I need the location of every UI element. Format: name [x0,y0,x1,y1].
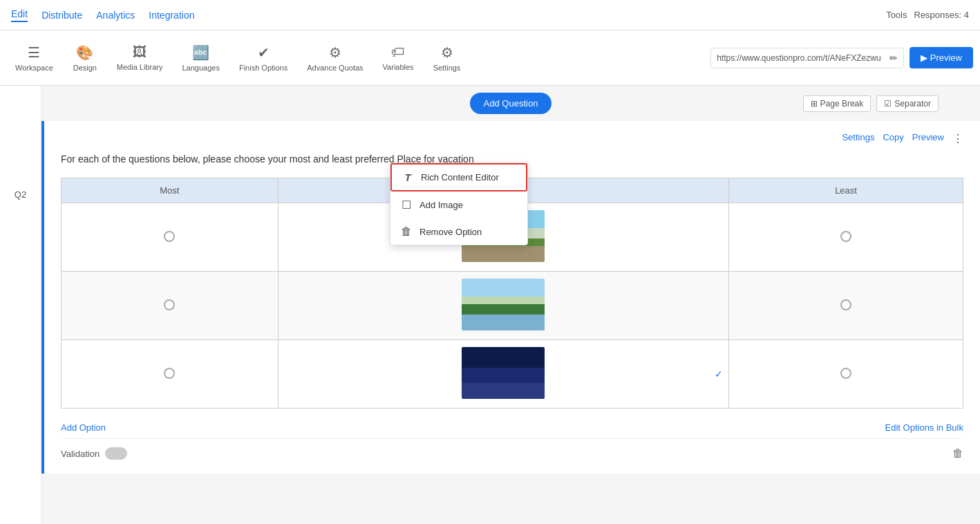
radio-circle-least-1 [840,231,851,242]
toolbar-workspace[interactable]: ☰ Workspace [7,40,62,76]
radio-circle-most-3 [164,368,175,379]
tools-button[interactable]: Tools [886,10,907,20]
rich-content-icon: T [402,171,414,183]
edit-bulk-link[interactable]: Edit Options in Bulk [885,422,963,433]
preview-button[interactable]: ▶ Preview [910,47,973,68]
toolbar: ☰ Workspace 🎨 Design 🖼 Media Library 🔤 L… [0,30,980,86]
radio-least-1[interactable] [729,203,963,272]
toolbar-variables[interactable]: 🏷 Variables [375,40,422,75]
left-gutter: Q2 [0,86,41,524]
nav-analytics[interactable]: Analytics [96,10,135,21]
finish-icon: ✔ [258,44,270,61]
menu-add-image[interactable]: ☐ Add Image [390,191,527,218]
table-row [62,272,963,340]
toolbar-media-label: Media Library [117,63,163,71]
preview-action[interactable]: Preview [912,132,944,145]
workspace-icon: ☰ [28,44,40,61]
radio-most-3[interactable] [62,340,279,409]
separator-icon: ☑ [884,99,892,109]
radio-circle-most-1 [164,231,175,242]
separator-label: Separator [894,99,931,109]
radio-least-2[interactable] [729,272,963,340]
toolbar-finish-label: Finish Options [239,64,288,72]
variables-icon: 🏷 [391,44,405,60]
menu-remove-option[interactable]: 🗑 Remove Option [390,218,527,245]
radio-least-3[interactable] [729,340,963,409]
top-nav-right: Tools Responses: 4 [886,10,969,20]
toolbar-languages-label: Languages [182,64,219,72]
add-question-bar: Add Question ⊞ Page Break ☑ Separator [41,86,980,121]
toolbar-languages[interactable]: 🔤 Languages [173,40,227,76]
toolbar-design[interactable]: 🎨 Design [64,40,106,76]
toolbar-quotas[interactable]: ⚙ Advance Quotas [299,40,371,76]
toolbar-variables-label: Variables [383,63,414,71]
radio-most-2[interactable] [62,272,279,340]
context-menu: T Rich Content Editor ☐ Add Image 🗑 Remo… [390,162,528,245]
validation-row: Validation 🗑 [61,438,963,460]
toolbar-media[interactable]: 🖼 Media Library [109,40,171,75]
validation-toggle[interactable] [105,447,127,460]
media-icon: 🖼 [133,44,147,60]
nav-integration[interactable]: Integration [149,10,194,21]
delete-question-icon[interactable]: 🗑 [952,447,963,460]
top-nav: Edit Distribute Analytics Integration To… [0,0,980,30]
page-break-area: ⊞ Page Break ☑ Separator [803,95,939,112]
toolbar-workspace-label: Workspace [15,64,53,72]
settings-icon: ⚙ [441,44,453,61]
col-least: Least [729,178,963,203]
col-most: Most [62,178,279,203]
validation-label: Validation [61,449,100,459]
content-area: Add Question ⊞ Page Break ☑ Separator Se… [41,86,980,524]
menu-remove-option-label: Remove Option [420,227,482,237]
option-image-2 [462,279,545,330]
url-text: https://www.questionpro.com/t/ANeFXZezwu [717,53,887,63]
image-cell-2 [278,272,729,340]
remove-option-icon: 🗑 [400,225,413,238]
page-break-label: Page Break [820,99,864,109]
option-image-3 [462,347,545,399]
question-actions: Settings Copy Preview ⋮ [61,132,963,145]
image-cell-3: ✓ [278,340,729,409]
add-question-button[interactable]: Add Question [470,93,552,114]
add-option-link[interactable]: Add Option [61,422,106,433]
radio-most-1[interactable] [62,203,279,272]
toolbar-right: https://www.questionpro.com/t/ANeFXZezwu… [710,47,973,68]
menu-add-image-label: Add Image [420,200,463,210]
nav-edit[interactable]: Edit [11,8,28,22]
question-number: Q2 [15,189,26,200]
menu-rich-content-label: Rich Content Editor [421,172,499,183]
more-action[interactable]: ⋮ [952,132,963,145]
toolbar-settings[interactable]: ⚙ Settings [425,40,469,76]
main-layout: Q2 Add Question ⊞ Page Break ☑ Separator… [0,86,980,524]
radio-circle-least-2 [840,299,851,310]
page-break-icon: ⊞ [811,99,818,109]
design-icon: 🎨 [76,44,93,61]
separator-button[interactable]: ☑ Separator [876,95,939,112]
toolbar-design-label: Design [73,64,97,72]
menu-rich-content[interactable]: T Rich Content Editor [390,163,527,191]
responses-label: Responses: 4 [914,10,970,20]
table-row: ✓ [62,340,963,409]
languages-icon: 🔤 [192,44,209,61]
bottom-row: Add Option Edit Options in Bulk [61,414,963,433]
page-break-button[interactable]: ⊞ Page Break [803,95,871,112]
toolbar-quotas-label: Advance Quotas [307,64,363,72]
radio-circle-most-2 [164,299,175,310]
radio-circle-least-3 [840,368,851,379]
add-image-icon: ☐ [400,198,413,212]
settings-action[interactable]: Settings [842,132,874,145]
quotas-icon: ⚙ [329,44,341,61]
nav-distribute[interactable]: Distribute [41,10,82,21]
question-card: Settings Copy Preview ⋮ For each of the … [41,121,980,474]
edit-url-icon[interactable]: ✏ [889,53,898,64]
copy-action[interactable]: Copy [883,132,903,145]
toolbar-settings-label: Settings [433,64,461,72]
toolbar-finish[interactable]: ✔ Finish Options [231,40,296,76]
row-dropdown-chevron[interactable]: ✓ [715,368,723,380]
url-bar: https://www.questionpro.com/t/ANeFXZezwu… [710,48,904,68]
